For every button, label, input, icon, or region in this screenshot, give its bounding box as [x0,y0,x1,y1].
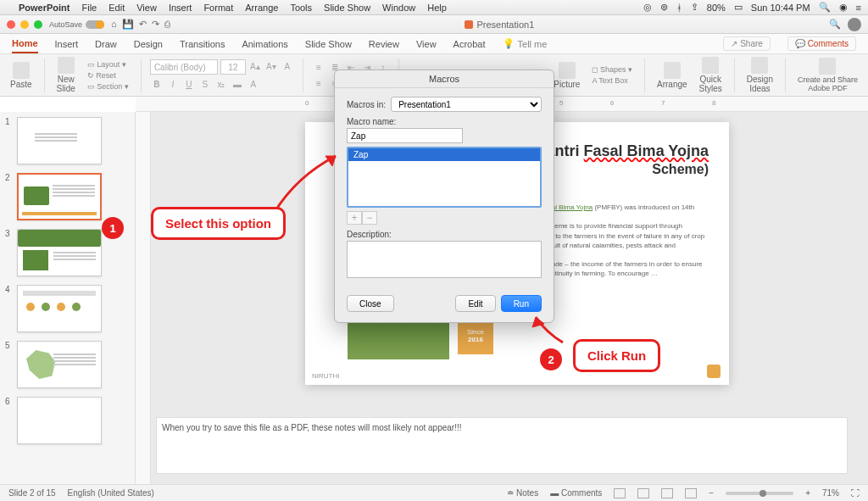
slideshow-view-button[interactable] [685,488,697,498]
menu-tools[interactable]: Tools [290,3,312,13]
menu-view[interactable]: View [136,3,157,13]
textbox-button[interactable]: A Text Box [588,75,636,86]
normal-view-button[interactable] [614,488,626,498]
clear-format-icon[interactable]: A [281,59,294,73]
tab-design[interactable]: Design [134,36,163,53]
menu-edit[interactable]: Edit [108,3,125,13]
siri-icon[interactable]: ◉ [839,2,848,13]
document-title: Presentation1 [177,19,822,30]
clock: Sun 10:44 PM [751,3,810,13]
menu-window[interactable]: Window [382,3,415,13]
status-bar: Slide 2 of 15 English (United States) ≐ … [0,484,868,501]
picture-button[interactable]: Picture [550,62,583,89]
section-button[interactable]: ▭ Section ▾ [84,81,132,92]
slide-thumbnail-panel[interactable]: 1 2 3 4 5 6 [0,112,136,484]
slide-thumbnail[interactable]: 2 [5,173,130,220]
spotlight-icon[interactable]: 🔍 [819,2,831,13]
menu-arrange[interactable]: Arrange [245,3,278,13]
adobe-pdf-button[interactable]: Create and Share Adobe PDF [794,58,861,92]
run-button[interactable]: Run [501,295,542,312]
close-button[interactable]: Close [347,295,394,312]
menu-help[interactable]: Help [427,3,447,13]
tab-slideshow[interactable]: Slide Show [305,36,352,53]
autosave-toggle[interactable] [86,20,104,29]
tab-insert[interactable]: Insert [55,36,79,53]
subscript-button[interactable]: x₂ [214,77,228,91]
menu-format[interactable]: Format [203,3,233,13]
zoom-out-button[interactable]: − [709,488,714,498]
undo-icon[interactable]: ↶ [139,19,147,30]
comments-toggle[interactable]: ▬ Comments [550,488,602,498]
home-icon[interactable]: ⌂ [111,19,117,30]
tab-home[interactable]: Home [12,35,38,53]
align-left-button[interactable]: ≡ [312,76,326,90]
language-status[interactable]: English (United States) [68,488,154,498]
fit-to-window-button[interactable]: ⛶ [851,488,860,498]
ribbon-tabs: Home Insert Draw Design Transitions Anim… [0,34,868,54]
maximize-window-button[interactable] [34,20,42,29]
close-window-button[interactable] [7,20,15,29]
arrange-button[interactable]: Arrange [654,62,691,89]
print-icon[interactable]: ⎙ [164,19,170,30]
macro-list[interactable]: Zap [347,147,542,208]
reading-view-button[interactable] [661,488,673,498]
tab-acrobat[interactable]: Acrobat [453,36,486,53]
remove-macro-button[interactable]: − [362,211,377,225]
sorter-view-button[interactable] [637,488,649,498]
save-icon[interactable]: 💾 [122,19,134,30]
font-color-button[interactable]: A [247,77,260,91]
notification-icon[interactable]: ≡ [856,3,861,13]
battery-icon: ▭ [734,2,743,13]
new-slide-button[interactable]: New Slide [53,57,79,93]
app-menu[interactable]: PowerPoint [19,3,70,13]
search-icon[interactable]: 🔍 [829,19,841,30]
edit-button[interactable]: Edit [455,295,495,312]
bold-button[interactable]: B [150,77,164,91]
tab-animations[interactable]: Animations [242,36,287,53]
font-name-select[interactable]: Calibri (Body) [150,59,218,75]
reset-button[interactable]: ↻ Reset [84,70,132,81]
layout-button[interactable]: ▭ Layout ▾ [84,59,132,70]
underline-button[interactable]: U [182,77,196,91]
quick-styles-button[interactable]: Quick Styles [696,57,726,93]
increase-font-icon[interactable]: A▴ [248,59,262,73]
tell-me-search[interactable]: 💡 Tell me [503,38,548,49]
tab-review[interactable]: Review [369,36,399,53]
slide-thumbnail[interactable]: 4 [5,285,130,332]
decrease-font-icon[interactable]: A▾ [264,59,278,73]
shapes-button[interactable]: ◻ Shapes ▾ [588,64,636,75]
menu-file[interactable]: File [82,3,97,13]
tab-view[interactable]: View [416,36,437,53]
comments-button[interactable]: 💬 Comments [787,36,856,51]
description-textarea[interactable] [347,241,542,278]
notes-toggle[interactable]: ≐ Notes [507,488,538,498]
paste-button[interactable]: Paste [7,62,36,89]
macro-list-item[interactable]: Zap [348,148,540,161]
minimize-window-button[interactable] [20,20,29,29]
design-ideas-button[interactable]: Design Ideas [743,57,776,93]
slide-page-number [707,365,721,378]
slide-footer-logo: NIRUTHI [312,372,339,380]
strike-button[interactable]: S [198,77,212,91]
font-size-select[interactable]: 12 [220,59,246,75]
italic-button[interactable]: I [166,77,180,91]
share-button[interactable]: ↗ Share [723,36,770,51]
tab-draw[interactable]: Draw [95,36,117,53]
account-avatar[interactable] [848,18,861,31]
bullets-button[interactable]: ≡ [312,60,326,74]
macros-in-select[interactable]: Presentation1 [391,97,542,112]
zoom-percent[interactable]: 71% [822,488,839,498]
redo-icon[interactable]: ↷ [152,19,159,30]
menu-insert[interactable]: Insert [169,3,192,13]
zoom-slider[interactable] [726,492,793,495]
tab-transitions[interactable]: Transitions [180,36,225,53]
macro-name-input[interactable] [347,128,463,143]
notes-pane[interactable]: When you try to save this file as a PDF,… [156,417,848,474]
slide-thumbnail[interactable]: 1 [5,117,130,164]
add-macro-button[interactable]: + [347,211,362,225]
highlight-button[interactable]: ▬ [231,77,244,91]
slide-thumbnail[interactable]: 6 [5,397,130,444]
slide-thumbnail[interactable]: 5 [5,341,130,388]
menu-slideshow[interactable]: Slide Show [324,3,370,13]
zoom-in-button[interactable]: + [805,488,810,498]
